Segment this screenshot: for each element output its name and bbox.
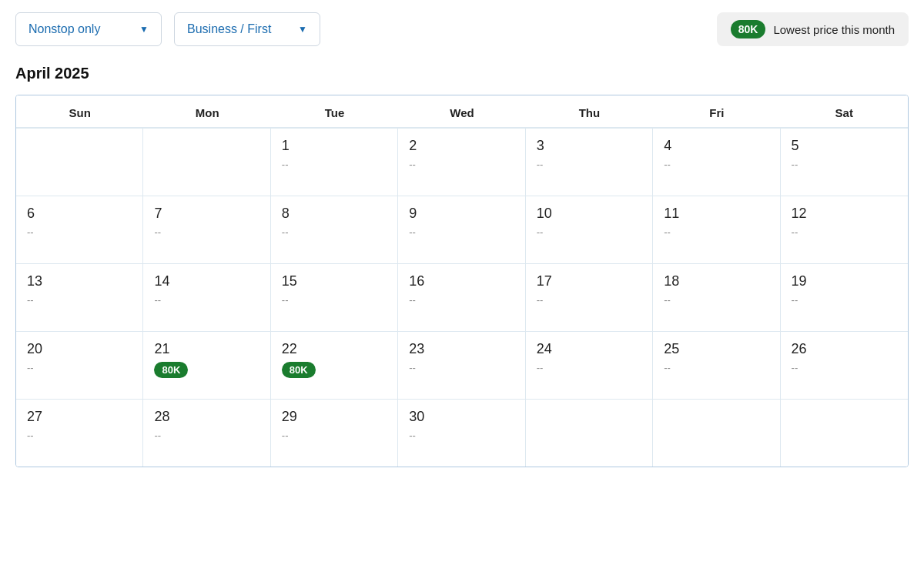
calendar-day-21[interactable]: 2180K — [143, 331, 270, 399]
calendar-empty-cell — [16, 128, 143, 196]
calendar-day-11[interactable]: 11-- — [653, 196, 780, 263]
day-price: -- — [664, 226, 671, 238]
calendar-day-17[interactable]: 17-- — [526, 263, 653, 331]
calendar-empty-cell — [653, 399, 780, 467]
calendar-day-13[interactable]: 13-- — [16, 263, 143, 331]
day-number: 16 — [409, 273, 424, 289]
calendar-day-6[interactable]: 6-- — [16, 196, 143, 263]
calendar-day-29[interactable]: 29-- — [271, 399, 398, 467]
calendar-day-20[interactable]: 20-- — [16, 331, 143, 399]
day-price: -- — [537, 226, 544, 238]
day-number: 14 — [154, 273, 169, 289]
calendar-header-mon: Mon — [143, 95, 270, 128]
day-price: -- — [664, 294, 671, 306]
lowest-price-text: Lowest price this month — [773, 23, 895, 36]
day-number: 21 — [154, 341, 169, 357]
day-price: 80K — [154, 362, 188, 378]
calendar-day-7[interactable]: 7-- — [143, 196, 270, 263]
calendar-day-2[interactable]: 2-- — [398, 128, 525, 196]
stops-dropdown[interactable]: Nonstop only ▼ — [15, 12, 162, 46]
calendar-day-14[interactable]: 14-- — [143, 263, 270, 331]
day-number: 22 — [282, 341, 297, 357]
day-price: -- — [27, 294, 34, 306]
calendar-day-24[interactable]: 24-- — [526, 331, 653, 399]
calendar-day-30[interactable]: 30-- — [398, 399, 525, 467]
day-number: 26 — [792, 341, 807, 357]
day-number: 1 — [282, 138, 290, 154]
day-price: -- — [664, 159, 671, 170]
calendar-header-sat: Sat — [781, 95, 908, 128]
day-price: -- — [409, 362, 416, 373]
day-price: -- — [27, 430, 34, 441]
day-price: -- — [282, 294, 289, 306]
day-price: -- — [792, 294, 798, 306]
calendar-empty-cell — [143, 128, 270, 196]
day-number: 28 — [154, 409, 169, 425]
calendar-day-27[interactable]: 27-- — [16, 399, 143, 467]
calendar-day-19[interactable]: 19-- — [781, 263, 908, 331]
calendar-day-3[interactable]: 3-- — [526, 128, 653, 196]
calendar-day-9[interactable]: 9-- — [398, 196, 525, 263]
calendar-day-12[interactable]: 12-- — [781, 196, 908, 263]
day-number: 13 — [27, 273, 42, 289]
calendar-header-tue: Tue — [271, 95, 398, 128]
day-number: 23 — [409, 341, 424, 357]
day-number: 7 — [154, 206, 162, 222]
day-number: 30 — [409, 409, 424, 425]
calendar-grid: SunMonTueWedThuFriSat — [16, 95, 908, 128]
day-price: -- — [409, 430, 416, 441]
day-price: -- — [409, 159, 416, 170]
day-number: 2 — [409, 138, 417, 154]
day-number: 29 — [282, 409, 297, 425]
calendar-header-sun: Sun — [16, 95, 143, 128]
day-number: 11 — [664, 206, 679, 222]
calendar-day-8[interactable]: 8-- — [271, 196, 398, 263]
day-number: 5 — [792, 138, 799, 154]
day-number: 15 — [282, 273, 297, 289]
day-number: 4 — [664, 138, 671, 154]
day-price: -- — [27, 362, 34, 373]
calendar-day-10[interactable]: 10-- — [526, 196, 653, 263]
day-price: -- — [792, 226, 798, 238]
stops-arrow-icon: ▼ — [139, 24, 149, 35]
cabin-dropdown[interactable]: Business / First ▼ — [174, 12, 320, 46]
cabin-label: Business / First — [187, 22, 271, 36]
day-number: 27 — [27, 409, 42, 425]
calendar-day-15[interactable]: 15-- — [271, 263, 398, 331]
calendar-header-fri: Fri — [653, 95, 780, 128]
calendar-body: 1--2--3--4--5--6--7--8--9--10--11--12--1… — [16, 128, 908, 467]
day-number: 8 — [282, 206, 290, 222]
day-number: 10 — [537, 206, 552, 222]
calendar-wrapper: SunMonTueWedThuFriSat 1--2--3--4--5--6--… — [15, 95, 909, 467]
calendar-day-16[interactable]: 16-- — [398, 263, 525, 331]
calendar-day-25[interactable]: 25-- — [653, 331, 780, 399]
calendar-day-22[interactable]: 2280K — [271, 331, 398, 399]
calendar-day-28[interactable]: 28-- — [143, 399, 270, 467]
day-price: -- — [154, 430, 161, 441]
calendar-day-26[interactable]: 26-- — [781, 331, 908, 399]
calendar-day-18[interactable]: 18-- — [653, 263, 780, 331]
day-number: 12 — [792, 206, 807, 222]
day-price: -- — [537, 294, 544, 306]
day-price: -- — [537, 362, 544, 373]
day-price: -- — [409, 294, 416, 306]
calendar-header-thu: Thu — [526, 95, 653, 128]
day-price: -- — [537, 159, 544, 170]
day-price: 80K — [282, 362, 316, 378]
day-number: 20 — [27, 341, 42, 357]
day-price: -- — [409, 226, 416, 238]
calendar-day-23[interactable]: 23-- — [398, 331, 525, 399]
month-title: April 2025 — [15, 65, 909, 82]
cabin-arrow-icon: ▼ — [298, 24, 307, 35]
day-price: -- — [282, 159, 289, 170]
calendar-day-4[interactable]: 4-- — [653, 128, 780, 196]
day-price: -- — [282, 430, 289, 441]
stops-label: Nonstop only — [28, 22, 100, 36]
calendar-empty-cell — [781, 399, 908, 467]
day-number: 6 — [27, 206, 35, 222]
day-number: 19 — [792, 273, 807, 289]
day-price: -- — [27, 226, 34, 238]
day-price: -- — [664, 362, 671, 373]
calendar-day-1[interactable]: 1-- — [271, 128, 398, 196]
calendar-day-5[interactable]: 5-- — [781, 128, 908, 196]
